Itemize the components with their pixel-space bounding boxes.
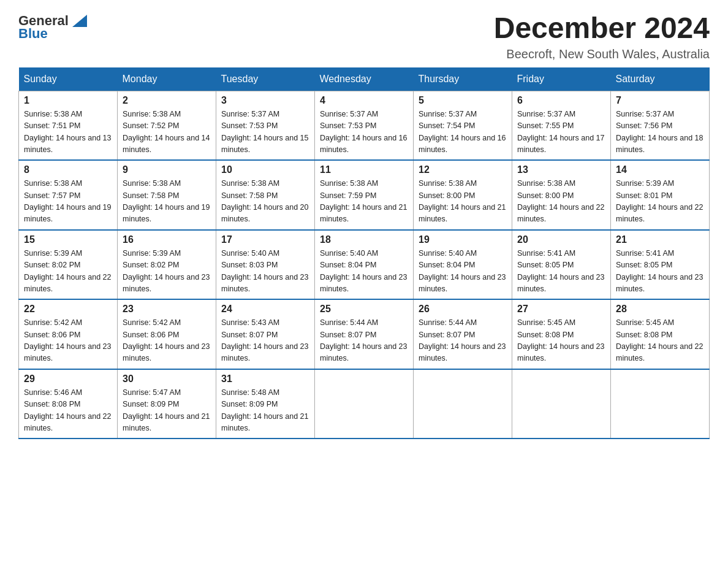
calendar-day-cell: 26Sunrise: 5:44 AMSunset: 8:07 PMDayligh…: [414, 299, 512, 369]
calendar-day-cell: 27Sunrise: 5:45 AMSunset: 8:08 PMDayligh…: [512, 299, 611, 369]
day-number: 17: [221, 234, 309, 245]
calendar-day-cell: 29Sunrise: 5:46 AMSunset: 8:08 PMDayligh…: [19, 369, 118, 439]
day-number: 19: [419, 234, 507, 245]
day-number: 23: [123, 304, 211, 315]
day-info: Sunrise: 5:39 AMSunset: 8:02 PMDaylight:…: [24, 248, 112, 296]
calendar-day-cell: [611, 369, 710, 439]
calendar-day-cell: 21Sunrise: 5:41 AMSunset: 8:05 PMDayligh…: [611, 230, 710, 300]
calendar-day-cell: 1Sunrise: 5:38 AMSunset: 7:51 PMDaylight…: [19, 91, 118, 160]
calendar-week-row: 15Sunrise: 5:39 AMSunset: 8:02 PMDayligh…: [19, 230, 710, 300]
calendar-day-cell: [512, 369, 611, 439]
calendar-day-cell: 20Sunrise: 5:41 AMSunset: 8:05 PMDayligh…: [512, 230, 611, 300]
day-info: Sunrise: 5:44 AMSunset: 8:07 PMDaylight:…: [419, 317, 507, 365]
calendar-day-cell: 18Sunrise: 5:40 AMSunset: 8:04 PMDayligh…: [315, 230, 414, 300]
day-info: Sunrise: 5:37 AMSunset: 7:55 PMDaylight:…: [517, 109, 605, 156]
day-info: Sunrise: 5:40 AMSunset: 8:03 PMDaylight:…: [221, 248, 309, 296]
day-info: Sunrise: 5:41 AMSunset: 8:05 PMDaylight:…: [616, 248, 704, 296]
calendar-week-row: 22Sunrise: 5:42 AMSunset: 8:06 PMDayligh…: [19, 299, 710, 369]
day-info: Sunrise: 5:37 AMSunset: 7:53 PMDaylight:…: [320, 109, 408, 156]
calendar-day-cell: [315, 369, 414, 439]
calendar-title: December 2024: [494, 12, 710, 45]
col-thursday: Thursday: [414, 67, 512, 91]
day-info: Sunrise: 5:47 AMSunset: 8:09 PMDaylight:…: [123, 387, 211, 435]
day-number: 12: [419, 164, 507, 175]
day-info: Sunrise: 5:38 AMSunset: 7:51 PMDaylight:…: [24, 109, 112, 156]
day-number: 21: [616, 234, 704, 245]
calendar-week-row: 1Sunrise: 5:38 AMSunset: 7:51 PMDaylight…: [19, 91, 710, 160]
day-info: Sunrise: 5:38 AMSunset: 8:00 PMDaylight:…: [419, 178, 507, 226]
calendar-day-cell: 31Sunrise: 5:48 AMSunset: 8:09 PMDayligh…: [216, 369, 315, 439]
calendar-day-cell: 30Sunrise: 5:47 AMSunset: 8:09 PMDayligh…: [118, 369, 216, 439]
day-number: 4: [320, 95, 408, 106]
day-number: 1: [24, 95, 112, 106]
day-number: 22: [24, 304, 112, 315]
day-number: 6: [517, 95, 605, 106]
calendar-day-cell: 24Sunrise: 5:43 AMSunset: 8:07 PMDayligh…: [216, 299, 315, 369]
day-info: Sunrise: 5:37 AMSunset: 7:53 PMDaylight:…: [221, 109, 309, 156]
day-number: 13: [517, 164, 605, 175]
calendar-day-cell: 3Sunrise: 5:37 AMSunset: 7:53 PMDaylight…: [216, 91, 315, 160]
day-info: Sunrise: 5:38 AMSunset: 8:00 PMDaylight:…: [517, 178, 605, 226]
day-number: 26: [419, 304, 507, 315]
calendar-day-cell: 5Sunrise: 5:37 AMSunset: 7:54 PMDaylight…: [414, 91, 512, 160]
day-info: Sunrise: 5:41 AMSunset: 8:05 PMDaylight:…: [517, 248, 605, 296]
day-number: 16: [123, 234, 211, 245]
col-tuesday: Tuesday: [216, 67, 315, 91]
day-number: 7: [616, 95, 704, 106]
day-number: 15: [24, 234, 112, 245]
day-info: Sunrise: 5:37 AMSunset: 7:56 PMDaylight:…: [616, 109, 704, 156]
calendar-day-cell: 19Sunrise: 5:40 AMSunset: 8:04 PMDayligh…: [414, 230, 512, 300]
day-number: 11: [320, 164, 408, 175]
logo-triangle-icon: [70, 10, 89, 29]
day-info: Sunrise: 5:44 AMSunset: 8:07 PMDaylight:…: [320, 317, 408, 365]
day-info: Sunrise: 5:38 AMSunset: 7:52 PMDaylight:…: [123, 109, 211, 156]
calendar-header-row: Sunday Monday Tuesday Wednesday Thursday…: [19, 67, 710, 91]
calendar-day-cell: [414, 369, 512, 439]
day-info: Sunrise: 5:42 AMSunset: 8:06 PMDaylight:…: [24, 317, 112, 365]
calendar-day-cell: 10Sunrise: 5:38 AMSunset: 7:58 PMDayligh…: [216, 160, 315, 230]
calendar-subtitle: Beecroft, New South Wales, Australia: [494, 47, 710, 61]
day-number: 8: [24, 164, 112, 175]
day-info: Sunrise: 5:45 AMSunset: 8:08 PMDaylight:…: [517, 317, 605, 365]
day-info: Sunrise: 5:37 AMSunset: 7:54 PMDaylight:…: [419, 109, 507, 156]
calendar-day-cell: 4Sunrise: 5:37 AMSunset: 7:53 PMDaylight…: [315, 91, 414, 160]
day-number: 14: [616, 164, 704, 175]
calendar-day-cell: 28Sunrise: 5:45 AMSunset: 8:08 PMDayligh…: [611, 299, 710, 369]
col-sunday: Sunday: [19, 67, 118, 91]
logo-text-blue: Blue: [18, 26, 48, 42]
calendar-table: Sunday Monday Tuesday Wednesday Thursday…: [18, 67, 710, 440]
calendar-day-cell: 7Sunrise: 5:37 AMSunset: 7:56 PMDaylight…: [611, 91, 710, 160]
calendar-day-cell: 23Sunrise: 5:42 AMSunset: 8:06 PMDayligh…: [118, 299, 216, 369]
calendar-day-cell: 12Sunrise: 5:38 AMSunset: 8:00 PMDayligh…: [414, 160, 512, 230]
calendar-day-cell: 6Sunrise: 5:37 AMSunset: 7:55 PMDaylight…: [512, 91, 611, 160]
calendar-day-cell: 2Sunrise: 5:38 AMSunset: 7:52 PMDaylight…: [118, 91, 216, 160]
day-info: Sunrise: 5:40 AMSunset: 8:04 PMDaylight:…: [419, 248, 507, 296]
col-wednesday: Wednesday: [315, 67, 414, 91]
calendar-day-cell: 9Sunrise: 5:38 AMSunset: 7:58 PMDaylight…: [118, 160, 216, 230]
svg-marker-0: [72, 15, 87, 27]
day-number: 25: [320, 304, 408, 315]
title-block: December 2024 Beecroft, New South Wales,…: [494, 12, 710, 61]
day-info: Sunrise: 5:38 AMSunset: 7:59 PMDaylight:…: [320, 178, 408, 226]
calendar-day-cell: 16Sunrise: 5:39 AMSunset: 8:02 PMDayligh…: [118, 230, 216, 300]
day-number: 2: [123, 95, 211, 106]
day-number: 30: [123, 373, 211, 385]
day-info: Sunrise: 5:48 AMSunset: 8:09 PMDaylight:…: [221, 387, 309, 435]
day-info: Sunrise: 5:39 AMSunset: 8:02 PMDaylight:…: [123, 248, 211, 296]
calendar-day-cell: 14Sunrise: 5:39 AMSunset: 8:01 PMDayligh…: [611, 160, 710, 230]
col-friday: Friday: [512, 67, 611, 91]
calendar-day-cell: 8Sunrise: 5:38 AMSunset: 7:57 PMDaylight…: [19, 160, 118, 230]
day-number: 29: [24, 373, 112, 385]
calendar-day-cell: 22Sunrise: 5:42 AMSunset: 8:06 PMDayligh…: [19, 299, 118, 369]
calendar-week-row: 8Sunrise: 5:38 AMSunset: 7:57 PMDaylight…: [19, 160, 710, 230]
day-info: Sunrise: 5:45 AMSunset: 8:08 PMDaylight:…: [616, 317, 704, 365]
day-info: Sunrise: 5:43 AMSunset: 8:07 PMDaylight:…: [221, 317, 309, 365]
day-info: Sunrise: 5:39 AMSunset: 8:01 PMDaylight:…: [616, 178, 704, 226]
day-number: 20: [517, 234, 605, 245]
calendar-day-cell: 17Sunrise: 5:40 AMSunset: 8:03 PMDayligh…: [216, 230, 315, 300]
calendar-day-cell: 13Sunrise: 5:38 AMSunset: 8:00 PMDayligh…: [512, 160, 611, 230]
calendar-week-row: 29Sunrise: 5:46 AMSunset: 8:08 PMDayligh…: [19, 369, 710, 439]
col-monday: Monday: [118, 67, 216, 91]
col-saturday: Saturday: [611, 67, 710, 91]
day-number: 24: [221, 304, 309, 315]
